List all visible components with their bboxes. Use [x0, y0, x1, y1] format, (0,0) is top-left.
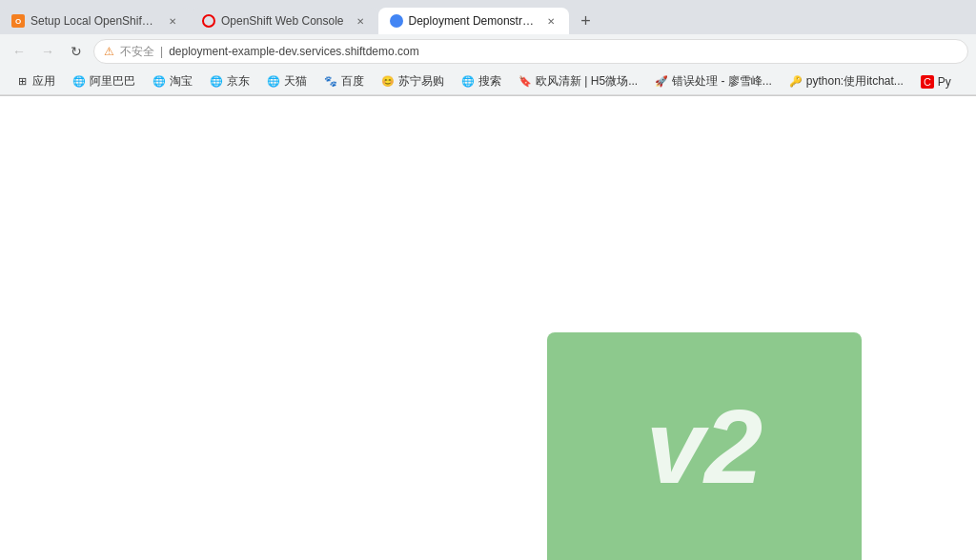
- tab-3[interactable]: Deployment Demonstration ✕: [378, 8, 569, 34]
- bookmark-error[interactable]: 🚀 错误处理 - 廖雪峰...: [647, 71, 780, 91]
- tab-2[interactable]: OpenShift Web Console ✕: [191, 8, 378, 34]
- bookmark-tianmao-label: 天猫: [284, 73, 307, 90]
- bookmark-apps-label: 应用: [32, 73, 55, 90]
- back-button[interactable]: ←: [8, 40, 30, 63]
- bookmark-alibaba[interactable]: 🌐 阿里巴巴: [65, 71, 143, 91]
- bookmark-tianmao[interactable]: 🌐 天猫: [259, 71, 315, 91]
- v2-label: v2: [646, 394, 762, 499]
- python-icon: 🔑: [789, 75, 803, 89]
- forward-button[interactable]: →: [36, 40, 59, 63]
- tab-1-close[interactable]: ✕: [166, 14, 179, 28]
- tab-3-close[interactable]: ✕: [544, 14, 558, 28]
- refresh-button[interactable]: ↻: [65, 40, 88, 63]
- bookmark-error-label: 错误处理 - 廖雪峰...: [672, 73, 772, 90]
- bookmark-suning-label: 苏宁易购: [398, 73, 444, 90]
- tab-2-close[interactable]: ✕: [354, 14, 367, 28]
- bookmark-taobao-label: 淘宝: [170, 73, 193, 90]
- bookmark-search-label: 搜索: [478, 73, 501, 90]
- suning-icon: 😊: [381, 75, 395, 89]
- page-content: v2: [0, 96, 976, 560]
- security-warning-icon: ⚠: [104, 45, 114, 58]
- tianmao-icon: 🌐: [267, 75, 280, 89]
- v2-card: v2: [547, 332, 862, 560]
- oufeng-icon: 🔖: [518, 75, 532, 89]
- bookmark-oufeng[interactable]: 🔖 欧风清新 | H5微场...: [511, 71, 645, 91]
- baidu-icon: 🐾: [324, 75, 337, 89]
- taobao-icon: 🌐: [152, 75, 166, 89]
- bookmark-oufeng-label: 欧风清新 | H5微场...: [536, 73, 638, 90]
- bookmark-apps[interactable]: ⊞ 应用: [8, 71, 63, 91]
- bookmark-taobao[interactable]: 🌐 淘宝: [145, 71, 200, 91]
- error-icon: 🚀: [655, 75, 668, 89]
- jd-icon: 🌐: [210, 75, 223, 89]
- apps-icon: ⊞: [15, 75, 29, 89]
- address-input-container[interactable]: ⚠ 不安全 | deployment-example-dev.services.…: [93, 39, 968, 64]
- tab-2-label: OpenShift Web Console: [221, 14, 344, 28]
- url-separator: |: [160, 45, 163, 58]
- search-icon: 🌐: [461, 75, 475, 89]
- alibaba-icon: 🌐: [72, 75, 86, 89]
- not-secure-label: 不安全: [120, 44, 154, 60]
- bookmark-baidu[interactable]: 🐾 百度: [316, 71, 372, 91]
- new-tab-button[interactable]: +: [573, 8, 600, 34]
- browser-chrome: O Setup Local OpenShift Origin ✕ OpenShi…: [0, 0, 976, 96]
- tab-1-label: Setup Local OpenShift Origin: [30, 14, 156, 28]
- bookmark-search[interactable]: 🌐 搜索: [454, 71, 509, 91]
- tab-2-favicon: [202, 14, 215, 28]
- bookmark-python[interactable]: 🔑 python:使用itchat...: [782, 71, 911, 91]
- bookmark-jd[interactable]: 🌐 京东: [202, 71, 257, 91]
- tab-1-favicon: O: [11, 14, 25, 28]
- tab-3-favicon: [390, 14, 403, 28]
- bookmark-baidu-label: 百度: [341, 73, 364, 90]
- bookmark-suning[interactable]: 😊 苏宁易购: [374, 71, 452, 91]
- bookmark-c-label: Py: [938, 75, 951, 89]
- tab-3-label: Deployment Demonstration: [409, 14, 535, 28]
- tab-bar: O Setup Local OpenShift Origin ✕ OpenShi…: [0, 0, 976, 34]
- address-bar-row: ← → ↻ ⚠ 不安全 | deployment-example-dev.ser…: [0, 34, 976, 69]
- bookmark-c[interactable]: C Py: [913, 73, 959, 90]
- bookmark-jd-label: 京东: [227, 73, 250, 90]
- bookmarks-bar: ⊞ 应用 🌐 阿里巴巴 🌐 淘宝 🌐 京东 🌐 天猫 🐾 百度 😊 苏宁易购 �: [0, 69, 976, 95]
- tab-1[interactable]: O Setup Local OpenShift Origin ✕: [0, 8, 191, 34]
- c-icon: C: [921, 75, 934, 89]
- bookmark-python-label: python:使用itchat...: [806, 73, 904, 90]
- url-text: deployment-example-dev.services.shiftdem…: [169, 45, 419, 58]
- bookmark-alibaba-label: 阿里巴巴: [90, 73, 135, 90]
